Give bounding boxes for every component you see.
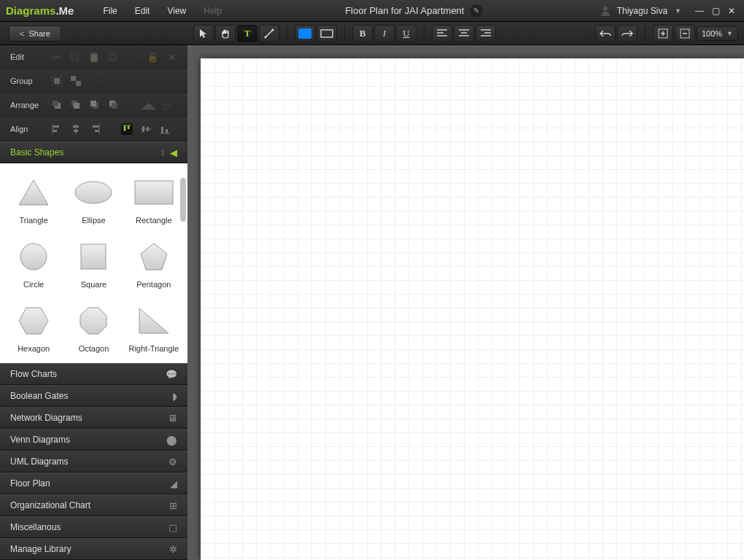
group-panel-label: Group: [10, 77, 51, 85]
send-backward-icon[interactable]: [89, 99, 101, 111]
shape-pentagon[interactable]: Pentagon: [126, 241, 182, 300]
align-center-icon[interactable]: [70, 123, 82, 135]
zoom-in-button[interactable]: [653, 25, 673, 42]
canvas[interactable]: [201, 58, 744, 560]
separator: [287, 26, 287, 42]
category-row[interactable]: UML Diagrams⚙: [0, 451, 187, 472]
shape-rtriangle[interactable]: Right-Triangle: [126, 305, 182, 363]
fill-color-swatch: [298, 28, 311, 39]
align-right-icon[interactable]: [89, 123, 101, 135]
main-area: Edit ✂ ⿻ 📋 ⿻ 🔒 ✕ Group: [0, 45, 744, 560]
send-back-icon[interactable]: [108, 99, 120, 111]
align-center-button[interactable]: [454, 25, 474, 42]
category-row[interactable]: Manage Library✲: [0, 538, 187, 560]
category-icon: ▢: [168, 522, 177, 533]
minimize-button[interactable]: —: [693, 6, 706, 16]
svg-rect-26: [142, 126, 144, 132]
category-icon: ◗: [172, 391, 177, 402]
align-right-button[interactable]: [476, 25, 496, 42]
undo-button[interactable]: [595, 25, 616, 42]
category-icon: ◢: [170, 478, 177, 489]
pointer-tool[interactable]: [193, 25, 214, 42]
arrange-panel: Arrange ◢◣ ▷: [0, 93, 187, 117]
fill-color[interactable]: [295, 25, 315, 42]
edit-panel-label: Edit: [10, 52, 50, 61]
bold-button[interactable]: B: [352, 25, 373, 42]
chevron-down-icon: ▼: [675, 7, 681, 15]
svg-rect-29: [166, 129, 168, 133]
category-label: Boolean Gates: [10, 391, 172, 401]
italic-button[interactable]: I: [374, 25, 395, 42]
shape-octagon[interactable]: Octagon: [66, 305, 121, 363]
maximize-button[interactable]: ▢: [709, 6, 722, 16]
document-title-wrap: Floor Plan for JAI Apartment ✎: [229, 4, 600, 18]
category-row[interactable]: Network Diagrams🖥: [0, 407, 187, 429]
user-name: Thiyagu Siva: [617, 6, 667, 16]
align-bottom-icon[interactable]: [159, 123, 171, 135]
bring-forward-icon[interactable]: [70, 99, 82, 111]
svg-rect-17: [112, 103, 117, 109]
menu-edit[interactable]: Edit: [128, 3, 158, 19]
category-row[interactable]: Floor Plan◢: [0, 472, 187, 494]
svg-point-1: [265, 36, 267, 38]
accordion-label: Basic Shapes: [10, 147, 161, 158]
svg-rect-22: [93, 125, 98, 128]
close-button[interactable]: ✕: [725, 6, 738, 16]
category-row[interactable]: Boolean Gates◗: [0, 385, 187, 407]
menu-file[interactable]: File: [96, 3, 124, 19]
align-top-icon[interactable]: [121, 123, 133, 135]
zoom-value: 100%: [702, 29, 722, 38]
svg-point-2: [272, 28, 274, 31]
shape-square[interactable]: Square: [66, 241, 121, 300]
shape-triangle[interactable]: Triangle: [6, 176, 61, 236]
align-middle-icon[interactable]: [140, 123, 152, 135]
user-icon: [600, 5, 611, 17]
shape-hexagon[interactable]: Hexagon: [6, 305, 61, 363]
category-label: Network Diagrams: [10, 413, 168, 423]
document-title: Floor Plan for JAI Apartment: [345, 5, 464, 16]
scrollbar-thumb[interactable]: [180, 178, 186, 222]
edit-title-icon[interactable]: ✎: [470, 4, 483, 18]
shape-ellipse[interactable]: Ellipse: [66, 176, 121, 236]
shape-rectangle[interactable]: Rectangle: [126, 176, 182, 236]
lock-icon: 🔒: [147, 51, 158, 63]
category-row[interactable]: Venn Diagrams⬤: [0, 429, 187, 451]
menu-help[interactable]: Help: [196, 3, 229, 19]
align-left-icon[interactable]: [51, 123, 63, 135]
zoom-out-button[interactable]: [675, 25, 695, 42]
accordion-basic-shapes[interactable]: Basic Shapes ⟟ ◀: [0, 141, 187, 163]
shape-label: Hexagon: [18, 344, 50, 353]
align-left-button[interactable]: [432, 25, 452, 42]
category-row[interactable]: Flow Charts💬: [0, 363, 187, 385]
shape-preview: [14, 305, 53, 337]
menu-view[interactable]: View: [160, 3, 193, 19]
connector-tool[interactable]: [259, 25, 279, 42]
svg-rect-25: [128, 126, 130, 129]
stroke-style[interactable]: [317, 25, 337, 42]
separator: [645, 26, 646, 42]
separator: [424, 26, 425, 42]
category-row[interactable]: Organizational Chart⊞: [0, 494, 187, 516]
group-icon[interactable]: [51, 75, 63, 87]
zoom-select[interactable]: 100% ▼: [697, 26, 738, 41]
cut-icon: ✂: [50, 51, 62, 63]
category-label: Miscellanous: [10, 522, 168, 532]
category-icon: 💬: [166, 369, 177, 380]
svg-point-0: [603, 7, 608, 11]
svg-rect-28: [161, 127, 163, 133]
pin-icon[interactable]: ⟟: [161, 147, 164, 158]
shape-circle[interactable]: Circle: [6, 241, 61, 300]
duplicate-icon: ⿻: [107, 51, 119, 63]
hand-tool[interactable]: [215, 25, 236, 42]
text-tool[interactable]: T: [237, 25, 257, 42]
category-row[interactable]: Miscellanous▢: [0, 516, 187, 538]
ungroup-icon[interactable]: [70, 75, 82, 87]
share-button[interactable]: < Share: [9, 26, 61, 42]
share-icon: <: [20, 29, 24, 38]
svg-rect-18: [53, 125, 59, 128]
bring-front-icon[interactable]: [51, 99, 63, 111]
redo-button[interactable]: [617, 25, 638, 42]
underline-button[interactable]: U: [396, 25, 416, 42]
shape-preview: [134, 176, 174, 209]
user-menu[interactable]: Thiyagu Siva ▼: [600, 5, 681, 17]
